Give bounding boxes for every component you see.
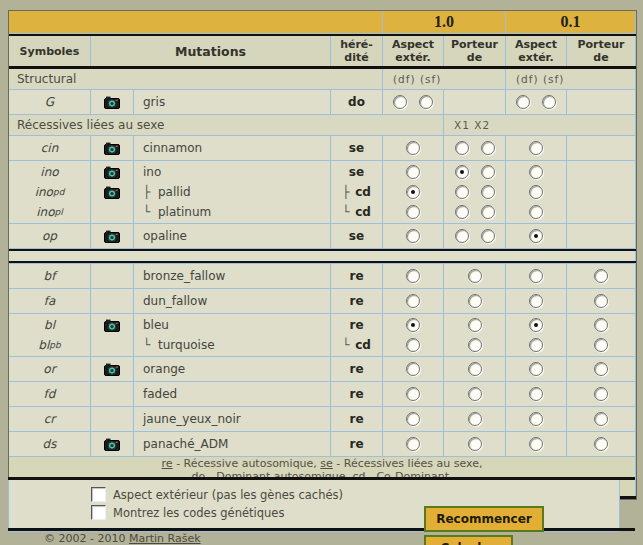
radio-p10-cinnamon[interactable] bbox=[455, 141, 469, 155]
female-column-header: 0.1 bbox=[506, 11, 635, 33]
camera-slot bbox=[91, 409, 133, 429]
radio-a10-gris[interactable] bbox=[393, 95, 407, 109]
camera-icon[interactable] bbox=[104, 438, 120, 451]
restart-button[interactable]: Recommencer bbox=[424, 506, 544, 532]
radio-a10-orange[interactable] bbox=[406, 362, 420, 376]
radio-a01-dun_fallow[interactable] bbox=[529, 294, 543, 308]
radio-p10-turquoise[interactable] bbox=[468, 338, 482, 352]
mutation-name: └platinum bbox=[134, 202, 330, 222]
radio-a10-bronze_fallow[interactable] bbox=[406, 269, 420, 283]
radio-p10-pallid[interactable] bbox=[481, 185, 495, 199]
radio-p10-opaline[interactable] bbox=[481, 229, 495, 243]
camera-icon[interactable] bbox=[104, 166, 120, 179]
radio-group bbox=[444, 291, 505, 311]
radio-group bbox=[506, 409, 566, 429]
radio-p10-dun_fallow[interactable] bbox=[468, 294, 482, 308]
mutation-cell: bronze_fallow bbox=[134, 264, 330, 288]
section-sublabel: (df) (sf) bbox=[383, 69, 505, 89]
radio-p01-jaune_yeux_noir[interactable] bbox=[594, 412, 608, 426]
radio-p10-ino[interactable] bbox=[481, 165, 495, 179]
radio-p10-faded[interactable] bbox=[468, 387, 482, 401]
radio-p10-platinum[interactable] bbox=[481, 205, 495, 219]
camera-icon[interactable] bbox=[104, 186, 120, 199]
camera-icon[interactable] bbox=[104, 363, 120, 376]
radio-p10-jaune_yeux_noir[interactable] bbox=[468, 412, 482, 426]
camera-icon[interactable] bbox=[104, 230, 120, 243]
symbol-cell: cin bbox=[9, 136, 90, 160]
radio-a01-orange[interactable] bbox=[529, 362, 543, 376]
radio-a01-ino[interactable] bbox=[529, 165, 543, 179]
radio-p01-bleu[interactable] bbox=[594, 318, 608, 332]
radio-group bbox=[567, 384, 635, 404]
radio-a10-opaline[interactable] bbox=[406, 229, 420, 243]
calculate-button[interactable]: Calculez bbox=[424, 535, 513, 545]
male-label: 1.0 bbox=[434, 13, 454, 31]
radio-group bbox=[383, 359, 443, 379]
camera-slot bbox=[91, 315, 133, 335]
radio-a10-faded[interactable] bbox=[406, 387, 420, 401]
heredity-code: re bbox=[331, 409, 382, 429]
radio-p01-bronze_fallow[interactable] bbox=[594, 269, 608, 283]
radio-group bbox=[383, 138, 443, 158]
radio-a01-gris[interactable] bbox=[542, 95, 556, 109]
radio-p10-orange[interactable] bbox=[468, 362, 482, 376]
radio-a10-panaché_ADM[interactable] bbox=[406, 437, 420, 451]
mutations-header: Mutations bbox=[91, 36, 330, 66]
radio-p10-bronze_fallow[interactable] bbox=[468, 269, 482, 283]
radio-p10-ino[interactable] bbox=[455, 165, 469, 179]
radio-p10-cinnamon[interactable] bbox=[481, 141, 495, 155]
camera-icon[interactable] bbox=[104, 96, 120, 109]
radio-a10-bleu[interactable] bbox=[406, 318, 420, 332]
radio-p10-bleu[interactable] bbox=[468, 318, 482, 332]
mutation-cell: panaché_ADM bbox=[134, 432, 330, 456]
radio-p01-panaché_ADM[interactable] bbox=[594, 437, 608, 451]
heredity-cell: re bbox=[331, 432, 382, 456]
radio-a01-bronze_fallow[interactable] bbox=[529, 269, 543, 283]
radio-a01-faded[interactable] bbox=[529, 387, 543, 401]
radio-a10-dun_fallow[interactable] bbox=[406, 294, 420, 308]
radio-p01-faded[interactable] bbox=[594, 387, 608, 401]
radio-a01-platinum[interactable] bbox=[529, 205, 543, 219]
aspect-header-female: Aspectextér. bbox=[506, 36, 566, 66]
aspect-1.0-cell bbox=[383, 224, 443, 248]
camera-icon[interactable] bbox=[104, 319, 120, 332]
heredity-code: se bbox=[331, 162, 382, 182]
author-link[interactable]: Martin Rašek bbox=[129, 532, 201, 545]
radio-a10-ino[interactable] bbox=[406, 165, 420, 179]
aspect-0.1-cell bbox=[506, 432, 566, 456]
radio-p01-dun_fallow[interactable] bbox=[594, 294, 608, 308]
symbol-cell: fa bbox=[9, 289, 90, 313]
radio-a01-jaune_yeux_noir[interactable] bbox=[529, 412, 543, 426]
camera-icon[interactable] bbox=[104, 142, 120, 155]
radio-group bbox=[383, 384, 443, 404]
mutation-name: bleu bbox=[134, 315, 330, 335]
radio-p10-opaline[interactable] bbox=[455, 229, 469, 243]
radio-a01-turquoise[interactable] bbox=[529, 338, 543, 352]
codes-genetiques-checkbox[interactable] bbox=[91, 505, 106, 520]
radio-p01-turquoise[interactable] bbox=[594, 338, 608, 352]
radio-a01-opaline[interactable] bbox=[529, 229, 543, 243]
radio-p10-platinum[interactable] bbox=[455, 205, 469, 219]
radio-p10-pallid[interactable] bbox=[455, 185, 469, 199]
gene-symbol: bl bbox=[9, 315, 90, 335]
radio-a10-turquoise[interactable] bbox=[406, 338, 420, 352]
heredity-cell: re bbox=[331, 382, 382, 406]
section-label: Récessives liées au sexe bbox=[9, 115, 443, 135]
radio-a10-pallid[interactable] bbox=[406, 185, 420, 199]
radio-a10-jaune_yeux_noir[interactable] bbox=[406, 412, 420, 426]
radio-a01-pallid[interactable] bbox=[529, 185, 543, 199]
radio-p01-orange[interactable] bbox=[594, 362, 608, 376]
radio-a01-panaché_ADM[interactable] bbox=[529, 437, 543, 451]
radio-a01-cinnamon[interactable] bbox=[529, 141, 543, 155]
radio-a10-gris[interactable] bbox=[419, 95, 433, 109]
radio-a01-bleu[interactable] bbox=[529, 318, 543, 332]
radio-p10-panaché_ADM[interactable] bbox=[468, 437, 482, 451]
page: { "colors":{"gold":"#ddb23f","cell_bg":"… bbox=[0, 0, 643, 545]
top-band-empty bbox=[9, 11, 382, 33]
camera-slot bbox=[91, 138, 133, 158]
radio-a10-platinum[interactable] bbox=[406, 205, 420, 219]
aspect-0.1-cell bbox=[506, 224, 566, 248]
aspect-exterieur-checkbox[interactable] bbox=[91, 487, 106, 502]
radio-a10-cinnamon[interactable] bbox=[406, 141, 420, 155]
radio-a01-gris[interactable] bbox=[516, 95, 530, 109]
